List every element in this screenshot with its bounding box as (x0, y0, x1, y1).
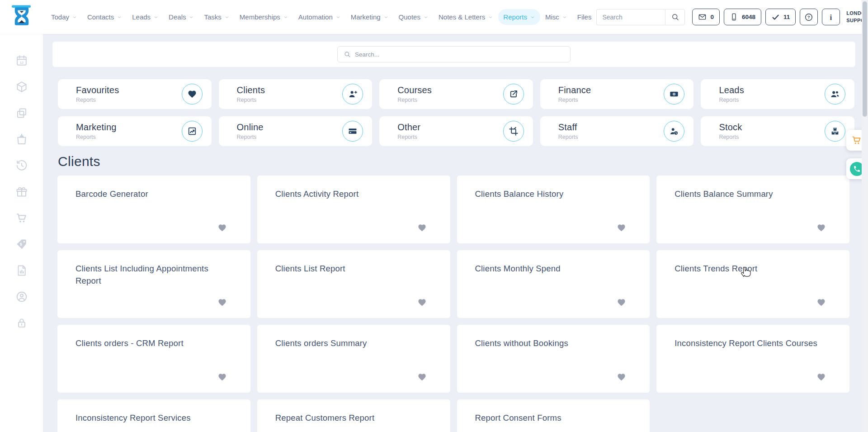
credit-card-icon (342, 121, 363, 142)
chevron-down-icon (383, 14, 389, 20)
header-search-button[interactable] (665, 9, 685, 25)
category-card-clients[interactable]: ClientsReports (219, 79, 373, 109)
nav-item-automation[interactable]: Automation (293, 9, 346, 25)
report-card[interactable]: Barcode Generator (57, 176, 250, 243)
favourite-heart-icon[interactable] (217, 298, 227, 307)
report-card[interactable]: Clients Activity Report (257, 176, 450, 243)
report-card[interactable]: Clients Monthly Spend (457, 250, 650, 318)
header-badge-mobile[interactable]: 6048 (724, 9, 761, 25)
category-title: Leads (719, 85, 744, 95)
category-subtitle: Reports (76, 97, 119, 103)
category-card-other[interactable]: OtherReports (379, 116, 533, 146)
nav-item-memberships[interactable]: Memberships (235, 9, 293, 25)
scrollbar-thumb[interactable] (863, 1, 867, 117)
header-button-help[interactable]: ? (800, 9, 818, 25)
report-card[interactable]: Clients orders Summary (257, 325, 450, 393)
chart-line-icon (182, 121, 203, 142)
favourite-heart-icon[interactable] (217, 223, 227, 233)
svg-text:i: i (830, 13, 832, 21)
category-card-finance[interactable]: FinanceReports0 (540, 79, 694, 109)
report-card[interactable]: Repeat Customers Report (257, 399, 450, 432)
favourite-heart-icon[interactable] (617, 298, 626, 307)
category-card-staff[interactable]: StaffReports (540, 116, 694, 146)
sidebar-item-history[interactable] (15, 159, 28, 172)
sidebar-item-gift[interactable] (15, 185, 28, 198)
category-card-text: FavouritesReports (76, 85, 119, 103)
category-card-courses[interactable]: CoursesReports (379, 79, 533, 109)
favourite-heart-icon[interactable] (816, 372, 826, 382)
header-badge-envelope[interactable]: 0 (692, 9, 720, 25)
reports-search-box (337, 46, 571, 62)
report-title: Clients Trends Report (675, 263, 822, 275)
chevron-down-icon (423, 14, 429, 20)
sidebar-item-lock[interactable] (15, 317, 28, 329)
sidebar-item-bag[interactable] (15, 133, 28, 146)
nav-item-label: Today (51, 13, 69, 21)
sidebar-item-cart[interactable] (15, 212, 28, 224)
favourite-heart-icon[interactable] (217, 372, 227, 382)
category-title: Finance (558, 85, 591, 95)
category-card-text: CoursesReports (397, 85, 432, 103)
favourite-heart-icon[interactable] (816, 223, 826, 233)
report-card[interactable]: Clients List Including Appointments Repo… (57, 250, 250, 318)
report-title: Clients Balance History (475, 188, 623, 200)
nav-item-files[interactable]: Files (572, 9, 597, 25)
nav-item-label: Notes & Letters (439, 13, 485, 21)
sidebar-item-tag[interactable]: $ (15, 238, 28, 251)
category-card-stock[interactable]: StockReports (701, 116, 854, 146)
scrollbar-track[interactable] (862, 0, 868, 432)
nav-item-leads[interactable]: Leads (127, 9, 164, 25)
report-card[interactable]: Clients without Bookings (457, 325, 650, 393)
favourite-heart-icon[interactable] (417, 298, 427, 307)
category-title: Courses (397, 85, 432, 95)
header-button-info[interactable]: i (822, 9, 840, 25)
header-badge-check[interactable]: 11 (765, 9, 796, 25)
main-content: FavouritesReportsClientsReportsCoursesRe… (43, 34, 855, 432)
app-logo[interactable] (11, 5, 33, 30)
category-card-favourites[interactable]: FavouritesReports (58, 79, 212, 109)
nav-item-label: Quotes (399, 13, 420, 21)
header-search-input[interactable] (596, 9, 665, 25)
report-card[interactable]: Clients List Report (257, 250, 450, 318)
nav-item-label: Contacts (87, 13, 114, 21)
report-card[interactable]: Inconsistency Report Services (57, 399, 250, 432)
favourite-heart-icon[interactable] (617, 372, 626, 382)
report-card[interactable]: Clients Balance History (457, 176, 650, 243)
favourite-heart-icon[interactable] (816, 298, 826, 307)
category-title: Staff (558, 122, 578, 133)
nav-item-tasks[interactable]: Tasks (199, 9, 234, 25)
person-plus-icon (342, 84, 363, 104)
nav-item-reports[interactable]: Reports (498, 9, 540, 25)
category-subtitle: Reports (397, 134, 420, 140)
nav-item-deals[interactable]: Deals (164, 9, 199, 25)
nav-item-contacts[interactable]: Contacts (82, 9, 127, 25)
category-card-marketing[interactable]: MarketingReports (58, 116, 212, 146)
category-card-online[interactable]: OnlineReports (219, 116, 373, 146)
category-card-leads[interactable]: LeadsReports (701, 79, 854, 109)
category-card-text: MarketingReports (76, 122, 117, 140)
category-title: Stock (719, 122, 742, 133)
nav-item-marketing[interactable]: Marketing (346, 9, 394, 25)
report-card[interactable]: Report Consent Forms (457, 399, 650, 432)
chevron-down-icon (72, 14, 77, 20)
nav-item-quotes[interactable]: Quotes (394, 9, 434, 25)
report-card[interactable]: Clients Balance Summary (656, 176, 849, 243)
nav-item-misc[interactable]: Misc (540, 9, 572, 25)
header-badges: 0604811?i (692, 9, 840, 25)
sidebar-item-cube[interactable] (15, 81, 28, 93)
sidebar-item-calendar[interactable]: 12 (15, 54, 28, 67)
report-card[interactable]: Clients Trends Report (656, 250, 849, 318)
reports-search-input[interactable] (355, 51, 564, 58)
favourite-heart-icon[interactable] (417, 372, 427, 382)
sidebar-item-copy[interactable] (15, 107, 28, 119)
sidebar-item-account[interactable] (15, 290, 28, 303)
favourite-heart-icon[interactable] (617, 223, 626, 233)
sidebar-item-doc-chart[interactable] (15, 264, 28, 277)
report-card[interactable]: Clients orders - CRM Report (57, 325, 250, 393)
nav-item-notes-letters[interactable]: Notes & Letters (434, 9, 498, 25)
heart-icon (182, 84, 203, 104)
nav-item-today[interactable]: Today (46, 9, 82, 25)
report-card[interactable]: Inconsistency Report Clients Courses (656, 325, 849, 393)
favourite-heart-icon[interactable] (417, 223, 427, 233)
report-title: Clients Monthly Spend (475, 263, 623, 275)
